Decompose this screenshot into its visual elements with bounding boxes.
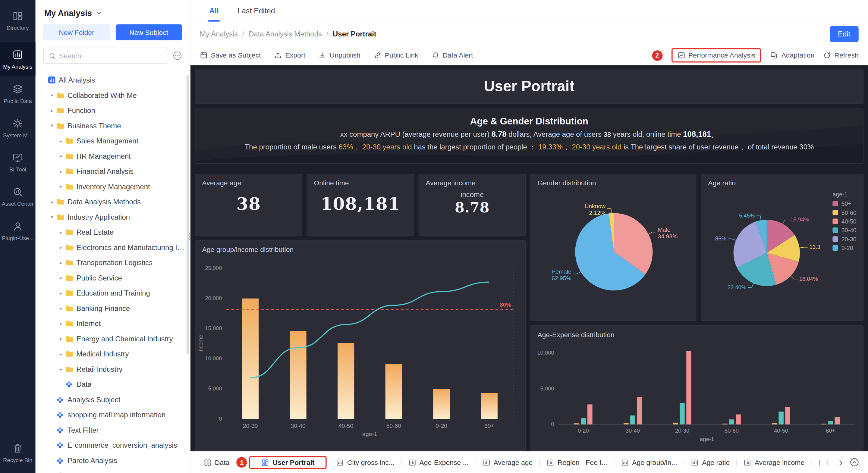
- new-subject-button[interactable]: New Subject: [116, 24, 182, 40]
- tree-expand-arrow-icon[interactable]: ▾: [48, 214, 56, 220]
- sheet-tab-age-group-in[interactable]: Age group/in...: [614, 459, 684, 466]
- tree-expand-arrow-icon[interactable]: ▸: [56, 321, 65, 326]
- legend-item-60[interactable]: 60+: [833, 200, 857, 207]
- tree-expand-arrow-icon[interactable]: ▸: [48, 93, 56, 98]
- tree-item-real-estate[interactable]: ▸Real Estate: [42, 225, 187, 240]
- tree-item-shopping-mall-map-information[interactable]: shopping mall map information: [42, 407, 187, 423]
- toolbar-adaptation-button[interactable]: Adaptation: [770, 52, 815, 59]
- tree-expand-arrow-icon[interactable]: ▾: [48, 123, 56, 128]
- new-folder-button[interactable]: New Folder: [43, 24, 110, 40]
- tree-item-industry-application[interactable]: ▾Industry Application: [42, 210, 187, 225]
- breadcrumb-my-analysis[interactable]: My Analysis: [200, 30, 238, 38]
- tree-expand-arrow-icon[interactable]: ▸: [56, 336, 65, 341]
- toolbar-unpublish-button[interactable]: Unpublish: [318, 52, 361, 59]
- tree-expand-arrow-icon[interactable]: ▸: [56, 275, 65, 281]
- rail-item-directory[interactable]: Directory: [0, 3, 36, 38]
- kpi-card-online-time[interactable]: Online time 108,181: [307, 174, 414, 236]
- age-income-pareto-chart[interactable]: 05,00010,00015,00020,00025,000income20-3…: [195, 255, 526, 446]
- kpi-card-average-income[interactable]: Average income income 8.78: [418, 174, 526, 236]
- tree-item-energy-and-chemical-industry[interactable]: ▸Energy and Chemical Industry: [42, 331, 187, 346]
- prev-sheets-icon[interactable]: [824, 459, 832, 466]
- tree-expand-arrow-icon[interactable]: ▸: [56, 184, 65, 189]
- kpi-card-average-age[interactable]: Average age 38: [195, 174, 302, 236]
- tree-expand-arrow-icon[interactable]: ▸: [56, 153, 65, 159]
- tree-expand-arrow-icon[interactable]: ▸: [56, 366, 65, 372]
- legend-item-20-30[interactable]: 20-30: [833, 235, 857, 242]
- rail-item-recycle-bin[interactable]: Recycle Bin: [0, 436, 36, 470]
- legend-item-0-20[interactable]: 0-20: [833, 245, 857, 251]
- tree-item-all-analysis[interactable]: All Analysis: [42, 73, 187, 88]
- tab-all[interactable]: All: [209, 0, 219, 22]
- sheet-tab-online-tim[interactable]: Online tim...: [812, 459, 820, 466]
- sheet-tab-average-income[interactable]: Average income: [737, 459, 811, 466]
- tree-item-retail-industry[interactable]: ▸Retail Industry: [42, 361, 187, 377]
- tree-item-education-and-training[interactable]: ▸Education and Training: [42, 286, 187, 301]
- tree-item-analysis-subject[interactable]: Analysis Subject: [42, 392, 187, 407]
- sidebar-scrollbar[interactable]: [187, 75, 189, 354]
- search-input[interactable]: [59, 52, 163, 60]
- tree-expand-arrow-icon[interactable]: ▸: [56, 138, 65, 144]
- toolbar-data-alert-button[interactable]: Data Alert: [432, 52, 473, 59]
- more-options-icon[interactable]: [173, 51, 182, 60]
- toolbar-refresh-button[interactable]: Refresh: [824, 52, 859, 59]
- tree-item-text-filter[interactable]: Text Filter: [42, 422, 187, 438]
- chart-panel-age-expense[interactable]: Age-Expense distribution 05,00010,0000-2…: [530, 325, 864, 451]
- tree-expand-arrow-icon[interactable]: ▸: [56, 229, 65, 235]
- collapse-panel-icon[interactable]: [849, 458, 859, 467]
- sheet-tab-region-fee-i[interactable]: Region - Fee I...: [540, 459, 614, 466]
- tree-item-inventory-management[interactable]: ▸Inventory Management: [42, 179, 187, 194]
- sheet-tab-average-age[interactable]: Average age: [476, 459, 539, 466]
- tree-item-public-service[interactable]: ▸Public Service: [42, 270, 187, 286]
- tree-item-data[interactable]: Data: [42, 377, 187, 392]
- legend-item-30-40[interactable]: 30-40: [833, 227, 857, 233]
- chart-panel-gender-distribution[interactable]: Gender distribution Male34.93%Female62.9…: [530, 174, 696, 321]
- tree-expand-arrow-icon[interactable]: ▸: [56, 306, 65, 311]
- rail-item-system-m[interactable]: System M...: [0, 111, 36, 145]
- next-sheets-icon[interactable]: [837, 459, 844, 466]
- tree-item-data-analysis-methods[interactable]: ▸Data Analysis Methods: [42, 194, 187, 210]
- toolbar-save-as-subject-button[interactable]: Save as Subject: [200, 52, 261, 59]
- gender-pie-chart[interactable]: Male34.93%Female62.95%Unknow2.12%: [531, 189, 696, 319]
- rail-item-bi-tool[interactable]: BI Tool: [0, 145, 36, 179]
- tree-item-sales-management[interactable]: ▸Sales Management: [42, 133, 187, 149]
- edit-button[interactable]: Edit: [830, 26, 859, 41]
- tree-item-function[interactable]: ▸Function: [42, 103, 187, 118]
- sheet-tab-age-expense[interactable]: Age-Expense ...: [402, 459, 475, 466]
- sheet-tab-data[interactable]: Data: [197, 459, 236, 466]
- toolbar-export-button[interactable]: Export: [274, 52, 305, 59]
- age-expense-bar-chart[interactable]: 05,00010,0000-2030-4020-3050-6040-5060+a…: [531, 341, 864, 447]
- sheet-tab-age-ratio[interactable]: Age ratio: [684, 459, 736, 466]
- tree-item-business-theme[interactable]: ▾Business Theme: [42, 118, 187, 133]
- tree-item-internet[interactable]: ▸Internet: [42, 316, 187, 332]
- sheet-tab-city-gross-inc[interactable]: City gross inc...: [330, 459, 401, 466]
- chart-panel-age-ratio[interactable]: Age ratio age-1 60+50-6040-5030-4020-300…: [701, 174, 864, 321]
- search-box[interactable]: [43, 48, 168, 64]
- tree-item-collaborated-with-me[interactable]: ▸Collaborated With Me: [42, 88, 187, 103]
- rail-item-plugin-use[interactable]: Plugin-Use...: [0, 214, 36, 248]
- tree-item-electronics-and-manufacturing-indu[interactable]: ▸Electronics and Manufacturing Indu...: [42, 240, 187, 255]
- breadcrumb-data-analysis-methods[interactable]: Data Analysis Methods: [249, 30, 322, 38]
- tree-expand-arrow-icon[interactable]: ▸: [56, 351, 65, 357]
- rail-item-my-analysis[interactable]: My Analysis: [0, 42, 36, 76]
- tree-expand-arrow-icon[interactable]: ▸: [48, 108, 56, 113]
- tree-expand-arrow-icon[interactable]: ▸: [56, 169, 65, 174]
- chevron-down-icon[interactable]: [96, 10, 102, 16]
- legend-item-40-50[interactable]: 40-50: [833, 218, 857, 225]
- tree-item-hr-management[interactable]: ▸HR Management: [42, 149, 187, 164]
- tree-item-financial-analysis[interactable]: ▸Financial Analysis: [42, 164, 187, 179]
- tab-last-edited[interactable]: Last Edited: [238, 0, 275, 22]
- tree-expand-arrow-icon[interactable]: ▸: [48, 199, 56, 204]
- sidebar-resize-handle[interactable]: [188, 233, 191, 240]
- tree-item-subject1[interactable]: subject1: [42, 468, 187, 473]
- sheet-tab-user-portrait[interactable]: User Portrait: [255, 459, 321, 466]
- tree-expand-arrow-icon[interactable]: ▸: [56, 290, 65, 296]
- legend-item-50-60[interactable]: 50-60: [833, 209, 857, 216]
- tree-expand-arrow-icon[interactable]: ▸: [56, 260, 65, 265]
- toolbar-public-link-button[interactable]: Public Link: [374, 52, 418, 59]
- rail-item-asset-center[interactable]: Asset Center: [0, 179, 36, 214]
- toolbar-performance-analysis-button[interactable]: Performance Analysis: [677, 52, 755, 59]
- rail-item-public-data[interactable]: Public Data: [0, 76, 36, 111]
- tree-item-e-commerce-conversion-analysis[interactable]: E-commerce_conversion_analysis: [42, 438, 187, 453]
- tree-item-banking-finance[interactable]: ▸Banking Finance: [42, 301, 187, 316]
- tree-expand-arrow-icon[interactable]: ▸: [56, 245, 65, 250]
